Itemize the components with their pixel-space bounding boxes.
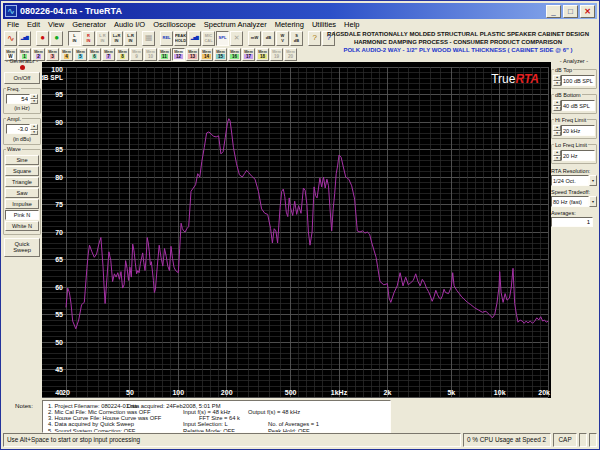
note-line-4: No. of Averages = 1 bbox=[268, 421, 319, 427]
mem-8-button[interactable]: Mem8 bbox=[116, 48, 129, 61]
speed-tradeoff-dropdown[interactable]: 80 Hz (fast) ▼ bbox=[551, 196, 597, 207]
spl-units-button[interactable]: SdB bbox=[290, 31, 303, 46]
wave-triangle-button[interactable]: Triangle bbox=[5, 177, 39, 187]
svg-text:5k: 5k bbox=[447, 389, 455, 396]
note-line-3: 3. House Curve File: House Curve was OFF bbox=[48, 415, 161, 421]
wave-pink-n-button[interactable]: Pink N bbox=[5, 210, 39, 220]
wave-sine-button[interactable]: Sine bbox=[5, 155, 39, 165]
speed-tradeoff-label: Speed Tradeoff: bbox=[551, 189, 597, 195]
analyzer-title: - Analyzer - bbox=[550, 58, 598, 64]
generator-onoff-button[interactable]: On/Off bbox=[4, 72, 40, 84]
svg-text:10k: 10k bbox=[494, 389, 506, 396]
mem-16-button[interactable]: Mem16 bbox=[228, 48, 241, 61]
menu-edit[interactable]: Edit bbox=[23, 20, 44, 29]
mem-11-button[interactable]: Mem11 bbox=[158, 48, 171, 61]
menu-metering[interactable]: Metering bbox=[271, 20, 308, 29]
generator-wave-button-icon: ∿ bbox=[7, 36, 14, 41]
db-units-button[interactable]: dB bbox=[262, 31, 275, 46]
right-input-button[interactable]: RIN bbox=[82, 31, 95, 46]
wave-group-label: Wave bbox=[6, 146, 22, 152]
db-top-down-button[interactable]: ▼ bbox=[553, 81, 561, 87]
rta-resolution-dropdown[interactable]: 1/24 Oct. ▼ bbox=[551, 175, 597, 186]
generator-title: - Generator - bbox=[2, 58, 42, 64]
svg-text:45: 45 bbox=[55, 366, 63, 373]
lo-freq-limit-down-button[interactable]: ▼ bbox=[553, 156, 561, 162]
mem-4-button[interactable]: Mem4 bbox=[60, 48, 73, 61]
mem-5-button[interactable]: Mem5 bbox=[74, 48, 87, 61]
mem-13-button[interactable]: Mem13 bbox=[186, 48, 199, 61]
speed-tradeoff-arrow-icon[interactable]: ▼ bbox=[589, 196, 597, 207]
sum-input-button[interactable]: L+RIN bbox=[110, 31, 123, 46]
peak-hold-button[interactable]: PEAKHOLD bbox=[174, 31, 187, 46]
averages-input[interactable] bbox=[551, 217, 593, 227]
hi-freq-limit-down-button[interactable]: ▼ bbox=[553, 131, 561, 137]
svg-text:75: 75 bbox=[55, 201, 63, 208]
svg-text:20k: 20k bbox=[538, 389, 550, 396]
menu-audio-i-o[interactable]: Audio I/O bbox=[110, 20, 149, 29]
svg-text:100: 100 bbox=[172, 389, 184, 396]
db-top-group: dB Top▲▼100 dB SPL bbox=[551, 69, 597, 89]
wave-saw-button[interactable]: Saw bbox=[5, 188, 39, 198]
window-title: 080226-04.rta - TrueRTA bbox=[20, 6, 544, 16]
menu-help[interactable]: Help bbox=[340, 20, 363, 29]
rta-resolution-arrow-icon[interactable]: ▼ bbox=[589, 175, 597, 186]
freq-down-button[interactable]: ▼ bbox=[30, 99, 38, 104]
svg-text:95: 95 bbox=[55, 91, 63, 98]
milliwatt-units-button[interactable]: mW bbox=[248, 31, 261, 46]
svg-text:65: 65 bbox=[55, 256, 63, 263]
wave-square-button[interactable]: Square bbox=[5, 166, 39, 176]
maximize-button[interactable]: □ bbox=[563, 5, 578, 18]
generator-wave-button[interactable]: ∿ bbox=[4, 31, 17, 46]
mem-3-button[interactable]: Mem3 bbox=[46, 48, 59, 61]
hi-freq-limit-label: Hi Freq Limit bbox=[554, 117, 587, 123]
menu-spectrum-analyzer[interactable]: Spectrum Analyzer bbox=[200, 20, 271, 29]
db-bottom-label: dB Bottom bbox=[554, 92, 582, 98]
analyzer-spectrum-button-icon: ▂▅▇ bbox=[21, 36, 29, 41]
wave-white-n-button[interactable]: White N bbox=[5, 221, 39, 231]
relative-mode-button[interactable]: REL bbox=[160, 31, 173, 46]
stop-button[interactable]: ● bbox=[36, 31, 49, 46]
volts-units-button[interactable]: WV bbox=[276, 31, 289, 46]
menu-file[interactable]: File bbox=[3, 20, 23, 29]
status-message: Use Alt+Space to start or stop input pro… bbox=[3, 433, 461, 447]
notes-label: Notes: bbox=[15, 402, 33, 409]
mem-7-button[interactable]: Mem7 bbox=[102, 48, 115, 61]
menu-utilities[interactable]: Utilities bbox=[308, 20, 340, 29]
header-line-3: POLK AUDIO-2 WAY - 1/2" PLY WOOD WALL TH… bbox=[317, 46, 599, 54]
menu-generator[interactable]: Generator bbox=[68, 20, 110, 29]
mem-18-button[interactable]: Mem18 bbox=[256, 48, 269, 61]
svg-text:85: 85 bbox=[55, 146, 63, 153]
mem-15-button[interactable]: Mem15 bbox=[214, 48, 227, 61]
db-bottom-down-button[interactable]: ▼ bbox=[553, 106, 561, 112]
frequency-input[interactable] bbox=[6, 94, 30, 104]
close-button[interactable]: ✕ bbox=[580, 5, 595, 18]
go-button[interactable]: ● bbox=[50, 31, 63, 46]
spectrum-analyzer-display: 100959085807570656055504540dB SPL2050100… bbox=[42, 62, 551, 398]
header-line-1: RAGSDALE ROTATIONALLY MOLDED STRUCTURAL … bbox=[317, 30, 599, 38]
mem-14-button[interactable]: Mem14 bbox=[200, 48, 213, 61]
wave-impulse-button[interactable]: Impulse bbox=[5, 199, 39, 209]
notes-box[interactable]: 1. Project Filename: 080224-01.rtaData a… bbox=[42, 400, 391, 433]
quick-sweep-button[interactable]: Quick Sweep bbox=[4, 238, 40, 257]
left-input-button[interactable]: LIN bbox=[68, 31, 81, 46]
title-bar[interactable]: ∿ 080226-04.rta - TrueRTA _ □ ✕ bbox=[3, 3, 597, 19]
mem-6-button[interactable]: Mem6 bbox=[88, 48, 101, 61]
menu-view[interactable]: View bbox=[44, 20, 68, 29]
mem-12-button[interactable]: Mem12 bbox=[172, 48, 185, 61]
spectrum-plot: 100959085807570656055504540dB SPL2050100… bbox=[42, 62, 551, 398]
minimize-button[interactable]: _ bbox=[546, 5, 561, 18]
spl-button[interactable]: SPL bbox=[216, 31, 229, 46]
svg-text:200: 200 bbox=[221, 389, 233, 396]
diff-input-button[interactable]: L-RIN bbox=[124, 31, 137, 46]
svg-text:500: 500 bbox=[285, 389, 297, 396]
truerta-window: ∿ 080226-04.rta - TrueRTA _ □ ✕ FileEdit… bbox=[0, 0, 600, 450]
spectrum-display-button[interactable]: ▂▅▇ bbox=[188, 31, 201, 46]
ampl-down-button[interactable]: ▼ bbox=[30, 130, 38, 135]
menu-oscilloscope[interactable]: Oscilloscope bbox=[149, 20, 200, 29]
mem-17-button[interactable]: Mem17 bbox=[242, 48, 255, 61]
truerta-logo: TrueRTA bbox=[491, 72, 539, 87]
freq-group-label: Freq. bbox=[6, 86, 21, 92]
ampl-group-label: Ampl. bbox=[6, 116, 22, 122]
analyzer-spectrum-button[interactable]: ▂▅▇ bbox=[18, 31, 31, 46]
amplitude-input[interactable] bbox=[6, 124, 30, 134]
